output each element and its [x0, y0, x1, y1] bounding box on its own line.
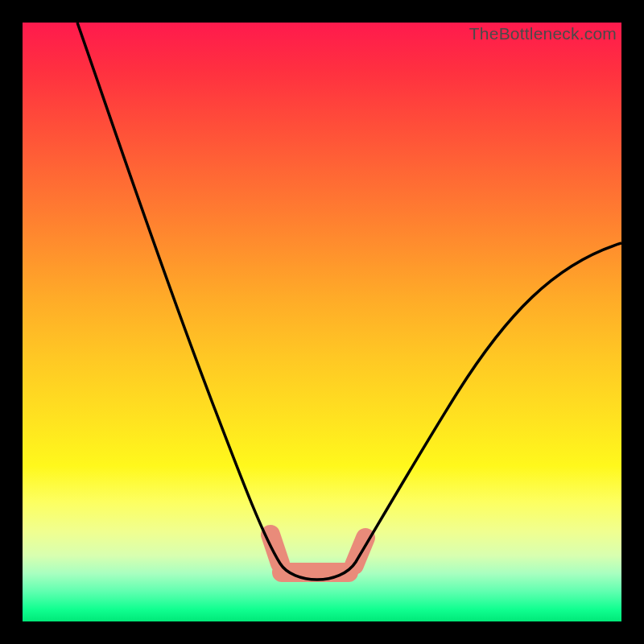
watermark-text: TheBottleneck.com [469, 24, 617, 43]
bottleneck-curve [77, 23, 621, 580]
chart-frame: TheBottleneck.com [0, 0, 644, 644]
curve-svg [23, 23, 621, 621]
plot-area: TheBottleneck.com [23, 23, 621, 621]
